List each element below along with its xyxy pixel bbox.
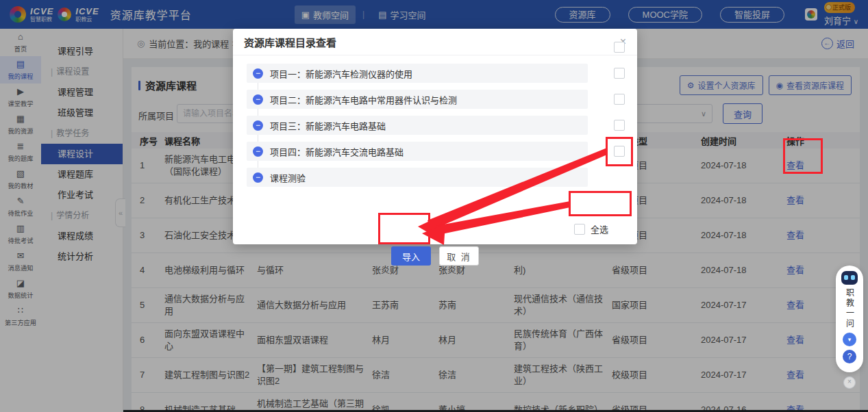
catalog-item-label: 项目四：新能源汽车交流电路基础: [270, 145, 404, 158]
catalog-item-checkbox[interactable]: [614, 42, 625, 53]
assistant-close-icon[interactable]: ×: [843, 376, 856, 389]
modal-title: 资源库课程目录查看: [244, 35, 336, 49]
select-all-checkbox[interactable]: [574, 224, 585, 235]
catalog-item-1: −项目一：新能源汽车检测仪器的使用: [247, 64, 588, 83]
catalog-item-5: −课程测验: [247, 168, 588, 187]
assistant-label: 职教一问: [844, 288, 856, 329]
collapse-minus-icon[interactable]: −: [253, 172, 263, 183]
collapse-minus-icon[interactable]: −: [253, 68, 263, 79]
catalog-modal: 资源库课程目录查看 × −项目一：新能源汽车检测仪器的使用−项目二：新能源汽车电…: [233, 29, 637, 244]
catalog-item-label: 项目一：新能源汽车检测仪器的使用: [270, 67, 412, 80]
help-icon[interactable]: ?: [843, 350, 856, 363]
collapse-minus-icon[interactable]: −: [253, 146, 263, 157]
select-all-control[interactable]: 全选: [574, 222, 608, 235]
catalog-item-label: 项目三：新能源汽车电路基础: [270, 119, 386, 132]
cancel-button[interactable]: 取 消: [439, 246, 479, 266]
assistant-widget[interactable]: 职教一问 ▾ ?: [836, 266, 863, 372]
robot-icon: [841, 271, 858, 285]
catalog-item-2: −项目二：新能源汽车电路中常用器件认识与检测: [247, 90, 588, 109]
import-button[interactable]: 导入: [391, 246, 431, 266]
catalog-item-checkbox[interactable]: [614, 120, 625, 131]
catalog-item-4: −项目四：新能源汽车交流电路基础: [247, 142, 588, 161]
catalog-item-3: −项目三：新能源汽车电路基础: [247, 116, 588, 135]
collapse-minus-icon[interactable]: −: [253, 120, 263, 131]
collapse-minus-icon[interactable]: −: [253, 94, 263, 105]
catalog-item-label: 课程测验: [270, 171, 306, 184]
catalog-item-checkbox[interactable]: [614, 68, 625, 79]
catalog-item-checkbox[interactable]: [614, 94, 625, 105]
catalog-item-label: 项目二：新能源汽车电路中常用器件认识与检测: [270, 93, 457, 106]
select-all-label: 全选: [591, 222, 608, 235]
catalog-item-checkbox[interactable]: [614, 146, 625, 157]
chevron-down-icon[interactable]: ▾: [843, 333, 856, 346]
